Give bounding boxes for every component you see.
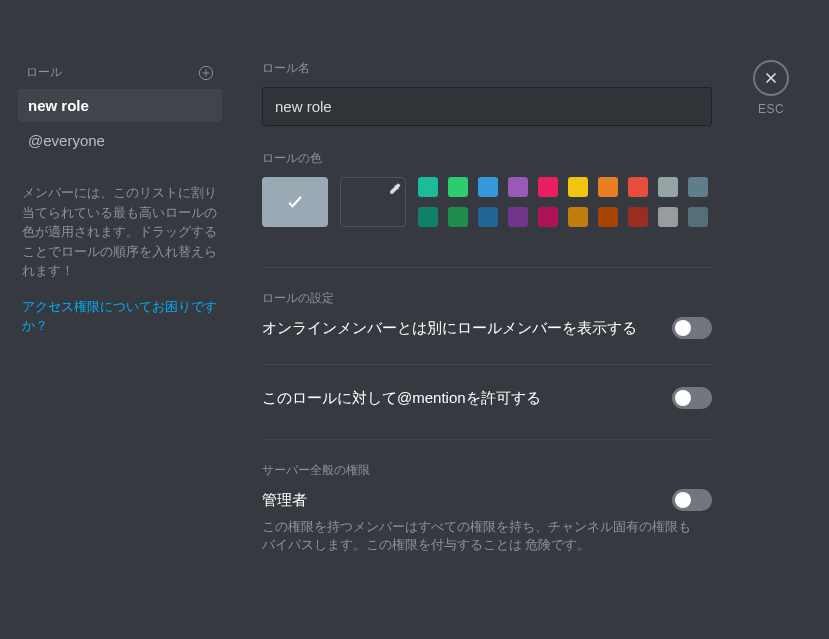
setting-title: このロールに対して@mentionを許可する	[262, 387, 541, 410]
close-label: ESC	[753, 102, 789, 116]
close-button[interactable]: ESC	[753, 60, 789, 116]
color-swatch[interactable]	[598, 177, 618, 197]
role-color-label: ロールの色	[262, 150, 692, 167]
color-swatch[interactable]	[508, 177, 528, 197]
custom-color-swatch[interactable]	[340, 177, 406, 227]
permissions-help-link[interactable]: アクセス権限についてお困りですか？	[18, 297, 222, 336]
color-swatch[interactable]	[688, 177, 708, 197]
role-name-label: ロール名	[262, 60, 692, 77]
color-swatch[interactable]	[658, 207, 678, 227]
allow-mention-toggle[interactable]	[672, 387, 712, 409]
color-swatch[interactable]	[478, 177, 498, 197]
color-swatch[interactable]	[628, 207, 648, 227]
administrator-toggle[interactable]	[672, 489, 712, 511]
color-swatch[interactable]	[538, 207, 558, 227]
color-swatch[interactable]	[478, 207, 498, 227]
color-swatch[interactable]	[598, 207, 618, 227]
check-icon	[285, 192, 305, 212]
sidebar-role-item[interactable]: @everyone	[18, 124, 222, 157]
general-perms-label: サーバー全般の権限	[262, 462, 692, 479]
role-settings-label: ロールの設定	[262, 290, 692, 307]
color-swatch[interactable]	[508, 207, 528, 227]
close-icon	[753, 60, 789, 96]
color-swatch[interactable]	[418, 207, 438, 227]
add-role-icon[interactable]	[198, 65, 214, 81]
eyedropper-icon	[387, 182, 401, 196]
role-name-input[interactable]	[262, 87, 712, 126]
setting-title: オンラインメンバーとは別にロールメンバーを表示する	[262, 317, 637, 340]
color-swatch[interactable]	[538, 177, 558, 197]
color-swatch[interactable]	[658, 177, 678, 197]
display-separately-toggle[interactable]	[672, 317, 712, 339]
roles-sidebar: ロール new role@everyone メンバーには、このリストに割り当てら…	[0, 60, 232, 639]
color-swatch[interactable]	[448, 207, 468, 227]
default-color-swatch[interactable]	[262, 177, 328, 227]
color-swatch[interactable]	[568, 207, 588, 227]
color-swatch[interactable]	[568, 177, 588, 197]
role-editor-main: ロール名 ロールの色 ロールの設定 オンラインメンバーとは別にロールメンバーを表…	[232, 60, 712, 639]
perm-title: 管理者	[262, 489, 307, 512]
sidebar-heading: ロール	[26, 64, 62, 81]
color-swatch[interactable]	[448, 177, 468, 197]
sidebar-role-item[interactable]: new role	[18, 89, 222, 122]
perm-desc: この権限を持つメンバーはすべての権限を持ち、チャンネル固有の権限もバイパスします…	[262, 518, 692, 556]
color-swatch[interactable]	[418, 177, 438, 197]
sidebar-note: メンバーには、このリストに割り当てられている最も高いロールの色が適用されます。ド…	[18, 183, 222, 281]
color-swatch[interactable]	[688, 207, 708, 227]
color-swatch[interactable]	[628, 177, 648, 197]
